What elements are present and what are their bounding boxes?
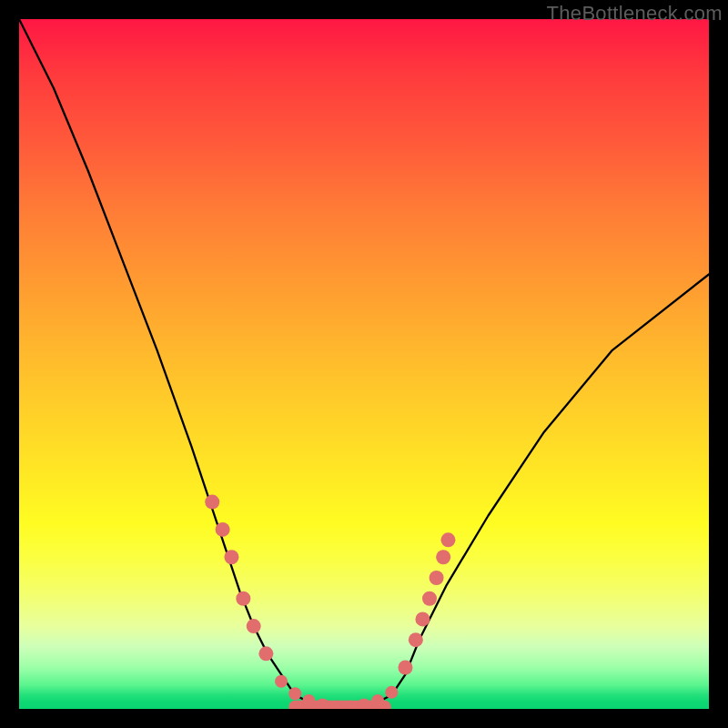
curve-marker [430, 571, 444, 585]
curve-marker [258, 646, 273, 661]
curve-marker [436, 550, 450, 564]
curve-marker [422, 592, 437, 606]
curve-marker [236, 592, 250, 606]
chart-svg [19, 19, 709, 709]
curve-marker [358, 698, 370, 709]
curve-marker [216, 522, 230, 537]
curve-marker [288, 687, 301, 700]
curve-marker [385, 686, 398, 699]
curve-marker [415, 612, 430, 626]
curve-marker [205, 495, 219, 510]
curve-marker [440, 532, 455, 547]
outer-frame: TheBottleneck.com [0, 0, 728, 728]
curve-marker [275, 675, 288, 688]
curve-marker [302, 694, 315, 707]
curve-marker [224, 550, 238, 564]
bottleneck-curve [19, 19, 709, 709]
curve-marker [371, 694, 384, 707]
watermark-text: TheBottleneck.com [547, 2, 723, 25]
curve-marker [398, 661, 412, 675]
curve-marker [247, 619, 261, 633]
plot-area [19, 19, 709, 709]
curve-markers [205, 495, 455, 709]
curve-marker [317, 698, 329, 709]
curve-marker [409, 632, 423, 647]
